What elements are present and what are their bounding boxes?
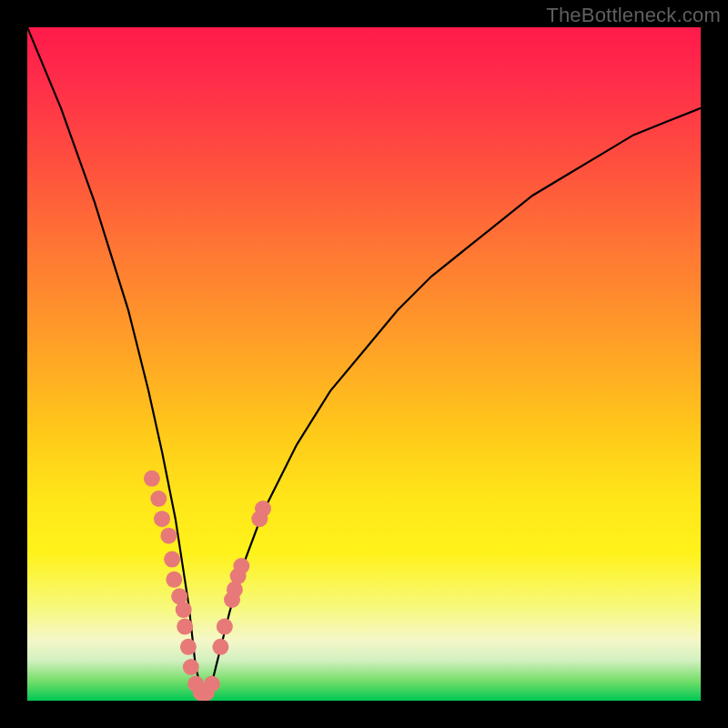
data-dot — [154, 511, 170, 527]
data-dot — [217, 619, 233, 635]
chart-frame: TheBottleneck.com — [0, 0, 728, 728]
data-dot — [177, 619, 193, 635]
chart-svg — [27, 27, 701, 701]
data-dot — [144, 470, 160, 487]
data-dot — [160, 528, 177, 544]
data-dot — [233, 558, 249, 574]
data-dot — [204, 676, 220, 693]
data-dot — [212, 639, 228, 655]
watermark-label: TheBottleneck.com — [546, 4, 721, 27]
plot-area — [27, 27, 701, 701]
data-dot — [255, 500, 271, 517]
data-dots — [144, 470, 271, 701]
data-dot — [166, 571, 182, 588]
data-dot — [150, 490, 167, 507]
data-dot — [176, 602, 192, 618]
data-dot — [180, 639, 197, 655]
bottleneck-curve — [27, 27, 701, 694]
data-dot — [183, 659, 199, 675]
data-dot — [164, 551, 180, 568]
